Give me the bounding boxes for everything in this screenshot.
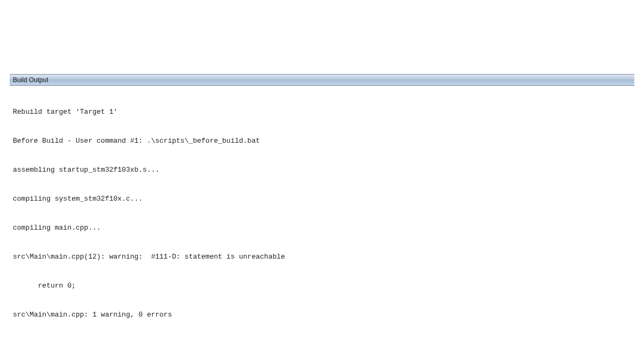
build-output-body[interactable]: Rebuild target 'Target 1' Before Build -… [10, 86, 634, 338]
output-line: Rebuild target 'Target 1' [13, 107, 631, 117]
output-line: return 0; [13, 281, 631, 291]
output-line: src\Main\main.cpp(12): warning: #111-D: … [13, 252, 631, 262]
build-output-panel: Build Output Rebuild target 'Target 1' B… [10, 74, 634, 338]
output-line: src\Main\main.cpp: 1 warning, 0 errors [13, 310, 631, 320]
build-output-title: Build Output [10, 75, 634, 86]
screenshot-canvas: Build Output Rebuild target 'Target 1' B… [0, 0, 644, 338]
output-line: assembling startup_stm32f103xb.s... [13, 165, 631, 175]
output-line: compiling system_stm32f10x.c... [13, 194, 631, 204]
output-line: compiling main.cpp... [13, 223, 631, 233]
output-line: Before Build - User command #1: .\script… [13, 136, 631, 146]
